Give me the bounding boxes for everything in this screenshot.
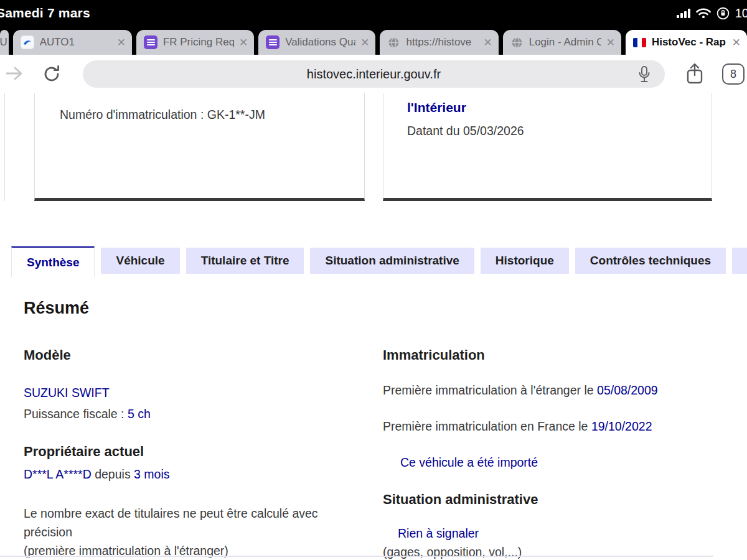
fiscal-power-label: Puissance fiscale : bbox=[24, 407, 128, 421]
admin-status-detail: (gages, opposition, vol,...) bbox=[383, 543, 726, 560]
cellular-signal-icon bbox=[677, 9, 690, 18]
close-tab-icon[interactable]: ✕ bbox=[732, 36, 741, 49]
first-france-registration-line: Première immatriculation en France le 19… bbox=[383, 417, 726, 436]
certificate-date: Datant du 05/03/2026 bbox=[407, 124, 699, 138]
owner-note-line2: (première immatriculation à l'étranger) bbox=[24, 541, 370, 560]
wifi-icon bbox=[696, 7, 711, 19]
fiscal-power-line: Puissance fiscale : 5 ch bbox=[24, 404, 370, 423]
owner-since-label: depuis bbox=[92, 467, 134, 481]
share-icon[interactable] bbox=[685, 62, 705, 88]
owner-note: Le nombre exact de titulaires ne peut êt… bbox=[24, 504, 370, 560]
summary-right-column: Immatriculation Première immatriculation… bbox=[383, 347, 726, 560]
browser-tab-validations[interactable]: Validations Qua ✕ bbox=[258, 30, 375, 55]
browser-tab-auto1[interactable]: AUTO1 ✕ bbox=[13, 30, 132, 55]
browser-tab-histovec-url[interactable]: https://histove ✕ bbox=[380, 30, 498, 55]
status-date: Samedi 7 mars bbox=[0, 6, 90, 21]
first-foreign-registration-line: Première immatriculation à l'étranger le… bbox=[383, 381, 726, 399]
status-icons: 100 bbox=[677, 0, 747, 26]
tab-titulaire-et-titre[interactable]: Titulaire et Titre bbox=[186, 248, 304, 274]
first-foreign-date: 05/08/2009 bbox=[597, 383, 658, 397]
model-heading: Modèle bbox=[24, 347, 370, 363]
first-france-date: 19/10/2022 bbox=[591, 419, 652, 433]
section-divider bbox=[0, 556, 713, 557]
browser-tab-title: https://histove bbox=[406, 36, 478, 49]
screen: Samedi 7 mars 100 U bbox=[0, 0, 747, 560]
admin-status-value: Rien à signaler bbox=[383, 524, 726, 543]
close-tab-icon[interactable]: ✕ bbox=[483, 36, 492, 49]
browser-tab-login-admin[interactable]: Login - Admin C ✕ bbox=[503, 30, 621, 55]
browser-tab-overflow[interactable]: U bbox=[0, 30, 9, 55]
browser-tab-strip: U AUTO1 ✕ FR Pricing Requ ✕ bbox=[0, 26, 747, 55]
tab-switcher-button[interactable]: 8 bbox=[722, 63, 745, 85]
tab-controles-techniques[interactable]: Contrôles techniques bbox=[575, 248, 726, 274]
first-france-label: Première immatriculation en France le bbox=[383, 419, 591, 433]
list-favicon bbox=[144, 35, 157, 49]
registration-card: Numéro d'immatriculation : GK-1**-JM bbox=[34, 93, 365, 201]
reload-button[interactable] bbox=[41, 63, 62, 87]
tab-count: 8 bbox=[730, 68, 736, 81]
admin-status-heading: Situation administrative bbox=[383, 492, 726, 508]
battery-percent: 100 bbox=[735, 6, 747, 21]
browser-tab-fr-pricing[interactable]: FR Pricing Requ ✕ bbox=[136, 30, 254, 55]
browser-tab-title: Validations Qua bbox=[285, 36, 355, 49]
owner-since-value: 3 mois bbox=[134, 467, 169, 481]
imported-note: Ce véhicule a été importé bbox=[383, 453, 726, 472]
url-bar[interactable]: histovec.interieur.gouv.fr bbox=[83, 60, 665, 88]
browser-tab-title: HistoVec - Rap bbox=[652, 36, 727, 49]
owner-note-line1: Le nombre exact de titulaires ne peut êt… bbox=[24, 506, 318, 539]
browser-tab-title: Login - Admin C bbox=[529, 36, 601, 49]
url-text: histovec.interieur.gouv.fr bbox=[307, 67, 441, 82]
list-favicon bbox=[266, 35, 280, 49]
histovec-page: Numéro d'immatriculation : GK-1**-JM l'I… bbox=[0, 93, 747, 560]
browser-tab-histovec-active[interactable]: HistoVec - Rap ✕ bbox=[626, 30, 747, 55]
fiscal-power-value: 5 ch bbox=[128, 407, 151, 421]
owner-line: D***L A****D depuis 3 mois bbox=[24, 465, 370, 483]
browser-nav-bar: histovec.interieur.gouv.fr 8 bbox=[0, 55, 747, 93]
summary-left-column: Modèle SUZUKI SWIFT Puissance fiscale : … bbox=[24, 347, 370, 560]
globe-favicon bbox=[510, 36, 524, 49]
france-flag-favicon bbox=[633, 38, 646, 47]
globe-favicon bbox=[387, 36, 400, 49]
owner-heading: Propriétaire actuel bbox=[24, 444, 370, 460]
owner-name: D***L A****D bbox=[24, 467, 92, 481]
report-cards: Numéro d'immatriculation : GK-1**-JM l'I… bbox=[0, 93, 747, 201]
first-foreign-label: Première immatriculation à l'étranger le bbox=[383, 383, 597, 397]
close-tab-icon[interactable]: ✕ bbox=[117, 36, 126, 49]
tab-synthese[interactable]: Synthèse bbox=[11, 246, 95, 277]
close-tab-icon[interactable]: ✕ bbox=[606, 36, 615, 49]
registration-heading: Immatriculation bbox=[383, 347, 726, 363]
certificate-card: l'Intérieur Datant du 05/03/2026 bbox=[383, 93, 712, 201]
tab-kilometrage[interactable]: Kil bbox=[732, 248, 747, 274]
forward-button[interactable] bbox=[4, 65, 25, 85]
certificate-title: l'Intérieur bbox=[407, 100, 699, 115]
status-bar: Samedi 7 mars 100 bbox=[0, 0, 747, 26]
section-tab-bar: Synthèse Véhicule Titulaire et Titre Sit… bbox=[11, 246, 747, 277]
close-tab-icon[interactable]: ✕ bbox=[360, 36, 369, 49]
model-name-link[interactable]: SUZUKI SWIFT bbox=[24, 383, 370, 402]
microphone-icon[interactable] bbox=[637, 65, 651, 86]
card-previous-edge bbox=[0, 93, 5, 201]
tab-vehicule[interactable]: Véhicule bbox=[101, 248, 179, 274]
auto1-favicon bbox=[21, 35, 34, 49]
browser-tab-title: AUTO1 bbox=[40, 36, 112, 49]
summary-title: Résumé bbox=[24, 299, 89, 318]
tab-situation-administrative[interactable]: Situation administrative bbox=[310, 248, 474, 274]
tab-historique[interactable]: Historique bbox=[481, 248, 569, 274]
browser-tab-title: FR Pricing Requ bbox=[163, 36, 234, 49]
rotation-lock-icon bbox=[716, 7, 730, 20]
registration-number: Numéro d'immatriculation : GK-1**-JM bbox=[60, 108, 352, 122]
close-tab-icon[interactable]: ✕ bbox=[239, 36, 248, 49]
